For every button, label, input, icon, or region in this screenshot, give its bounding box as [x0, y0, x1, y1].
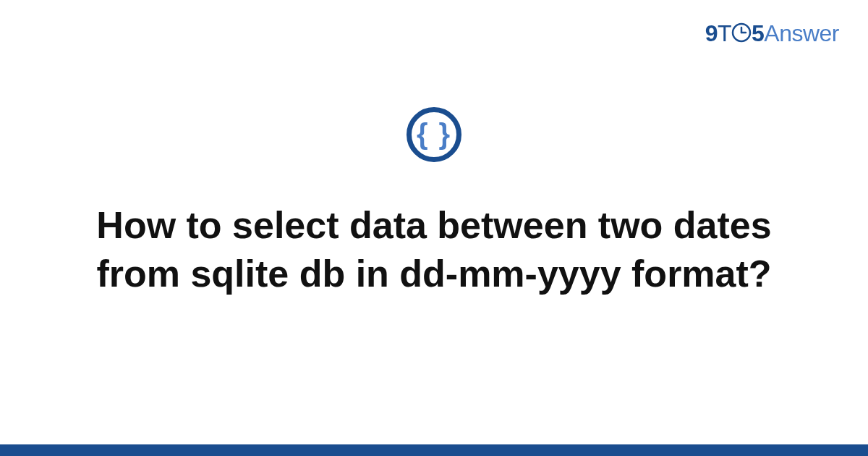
code-braces-icon: { }: [407, 107, 461, 162]
brand-answer: Answer: [764, 20, 839, 46]
brand-logo: 9T5Answer: [705, 20, 839, 47]
bottom-accent-bar: [0, 444, 868, 456]
brand-nine: 9: [705, 20, 718, 46]
clock-icon: [731, 22, 752, 43]
question-title: How to select data between two dates fro…: [72, 201, 796, 297]
brand-t: T: [718, 20, 731, 46]
braces-glyph: { }: [417, 119, 451, 148]
brand-five: 5: [752, 20, 764, 46]
